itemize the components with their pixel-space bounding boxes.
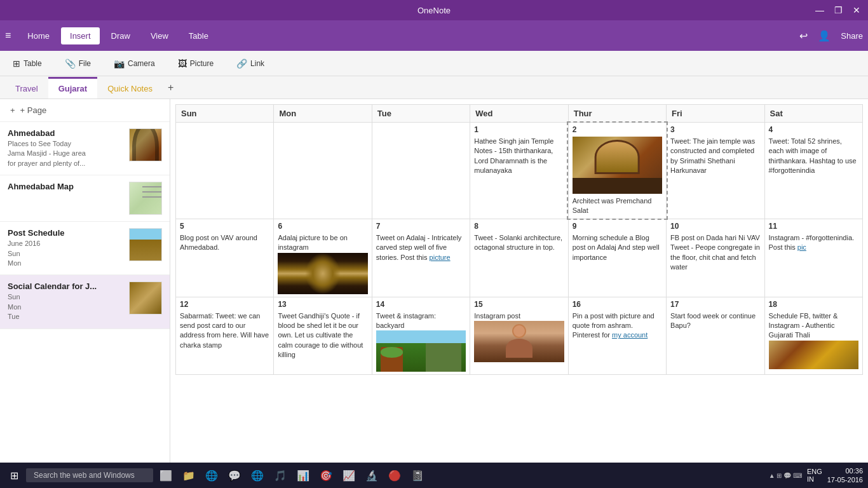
main-layout: + + Page Ahmedabad Places to See TodayJa… bbox=[0, 99, 868, 463]
app-title: OneNote bbox=[417, 6, 451, 15]
tab-travel[interactable]: Travel bbox=[5, 77, 48, 98]
table-row[interactable] bbox=[176, 123, 274, 219]
table-row[interactable] bbox=[274, 123, 372, 219]
table-row[interactable]: 13 Tweet Gandhiji's Quote - if blood be … bbox=[274, 297, 372, 375]
sidebar-item-social-calendar[interactable]: Social Calendar for J... SunMonTue bbox=[0, 275, 170, 329]
table-row[interactable]: 12 Sabarmati: Tweet: we can send post ca… bbox=[176, 297, 274, 375]
table-row[interactable]: 3 Tweet: The jain temple was constructed… bbox=[667, 123, 764, 219]
tab-gujarat[interactable]: Gujarat bbox=[48, 77, 98, 98]
tab-view[interactable]: View bbox=[142, 27, 177, 44]
close-button[interactable]: ✕ bbox=[853, 5, 860, 15]
add-icon: + bbox=[10, 105, 15, 115]
pic-link[interactable]: pic bbox=[797, 243, 806, 251]
table-row[interactable]: 5 Blog post on VAV around Ahmedabad. bbox=[176, 219, 274, 297]
calendar-area: Sun Mon Tue Wed Thur Fri Sat 1 bbox=[170, 99, 868, 463]
header-fri: Fri bbox=[667, 105, 764, 123]
add-page-button[interactable]: + + Page bbox=[0, 99, 170, 122]
table-row[interactable]: 4 Tweet: Total 52 shrines, each with ima… bbox=[764, 123, 862, 219]
sidebar: + + Page Ahmedabad Places to See TodayJa… bbox=[0, 99, 170, 463]
picture-icon: 🖼 bbox=[178, 58, 187, 69]
undo-icon[interactable]: ↩ bbox=[799, 30, 808, 42]
hamburger-icon[interactable]: ≡ bbox=[5, 30, 11, 41]
link-icon: 🔗 bbox=[236, 58, 247, 69]
header-wed: Wed bbox=[470, 105, 568, 123]
add-tab-button[interactable]: + bbox=[163, 77, 179, 98]
my-account-link[interactable]: my account bbox=[612, 331, 648, 339]
table-icon: ⊞ bbox=[13, 58, 20, 69]
toolbar: ⊞ Table 📎 File 📷 Camera 🖼 Picture 🔗 Link bbox=[0, 51, 868, 76]
maximize-button[interactable]: ❐ bbox=[834, 5, 843, 15]
garden-image bbox=[376, 330, 466, 372]
table-row[interactable]: 11 Instagram - #forgottenindia. Post thi… bbox=[764, 219, 862, 297]
tab-insert[interactable]: Insert bbox=[61, 27, 100, 44]
table-row[interactable]: 8 Tweet - Solanki architecture, octagona… bbox=[470, 219, 568, 297]
toolbar-file[interactable]: 📎 File bbox=[60, 56, 96, 71]
toolbar-picture[interactable]: 🖼 Picture bbox=[173, 56, 219, 71]
header-mon: Mon bbox=[274, 105, 372, 123]
tab-home[interactable]: Home bbox=[18, 27, 58, 44]
tab-table[interactable]: Table bbox=[180, 27, 217, 44]
table-row[interactable]: 9 Morning schedule a Blog post on Adalaj… bbox=[568, 219, 666, 297]
table-row[interactable]: 14 Tweet & instagram: backyard bbox=[372, 297, 470, 375]
sidebar-item-ahmedabad-map[interactable]: Ahmedabad Map bbox=[0, 175, 170, 222]
food-image bbox=[769, 341, 858, 369]
toolbar-camera[interactable]: 📷 Camera bbox=[109, 56, 160, 71]
map-thumbnail bbox=[129, 182, 162, 215]
camera-icon: 📷 bbox=[114, 58, 125, 69]
table-row[interactable]: 7 Tweet on Adalaj - Intricately carved s… bbox=[372, 219, 470, 297]
header-tue: Tue bbox=[372, 105, 470, 123]
sidebar-item-post-schedule[interactable]: Post Schedule June 2016SunMon bbox=[0, 222, 170, 275]
table-row[interactable]: 1 Hathee Singh jain Temple Notes - 15th … bbox=[470, 123, 568, 219]
tab-quick-notes[interactable]: Quick Notes bbox=[97, 77, 163, 98]
tabs-bar: Travel Gujarat Quick Notes + bbox=[0, 76, 868, 99]
header-sat: Sat bbox=[764, 105, 862, 123]
table-row[interactable]: 6 Adalaj picture to be on instagram bbox=[274, 219, 372, 297]
sidebar-item-ahmedabad[interactable]: Ahmedabad Places to See TodayJama Masjid… bbox=[0, 122, 170, 175]
table-row[interactable] bbox=[372, 123, 470, 219]
toolbar-link[interactable]: 🔗 Link bbox=[231, 56, 269, 71]
table-row[interactable]: 15 Instagram post bbox=[470, 297, 568, 375]
minimize-button[interactable]: — bbox=[815, 5, 824, 15]
title-bar: OneNote — ❐ ✕ bbox=[0, 0, 868, 20]
header-sun: Sun bbox=[176, 105, 274, 123]
file-icon: 📎 bbox=[65, 58, 76, 69]
post-schedule-thumbnail bbox=[129, 228, 162, 261]
table-row[interactable]: 10 FB post on Dada hari Ni VAVTweet - Pe… bbox=[667, 219, 764, 297]
share-button[interactable]: Share bbox=[841, 31, 863, 41]
user-icon[interactable]: 👤 bbox=[818, 30, 831, 42]
social-calendar-thumbnail bbox=[129, 281, 162, 315]
corridor-image bbox=[278, 253, 367, 294]
table-row[interactable]: 16 Pin a post with picture and quote fro… bbox=[568, 297, 666, 375]
person-image bbox=[474, 321, 564, 362]
ahmedabad-thumbnail bbox=[129, 128, 162, 161]
tab-draw[interactable]: Draw bbox=[102, 27, 139, 44]
table-row[interactable]: 17 Start food week or continue Bapu? bbox=[667, 297, 764, 375]
calendar-table: Sun Mon Tue Wed Thur Fri Sat 1 bbox=[175, 104, 863, 375]
table-row[interactable]: 2 Architect was Premchand Salat bbox=[568, 123, 666, 219]
ribbon: ≡ Home Insert Draw View Table ↩ 👤 Share bbox=[0, 20, 868, 51]
toolbar-table[interactable]: ⊞ Table bbox=[8, 56, 47, 71]
header-thur: Thur bbox=[568, 105, 666, 123]
picture-link[interactable]: picture bbox=[430, 254, 451, 261]
table-row[interactable]: 18 Schedule FB, twitter & Instagram - Au… bbox=[764, 297, 862, 375]
